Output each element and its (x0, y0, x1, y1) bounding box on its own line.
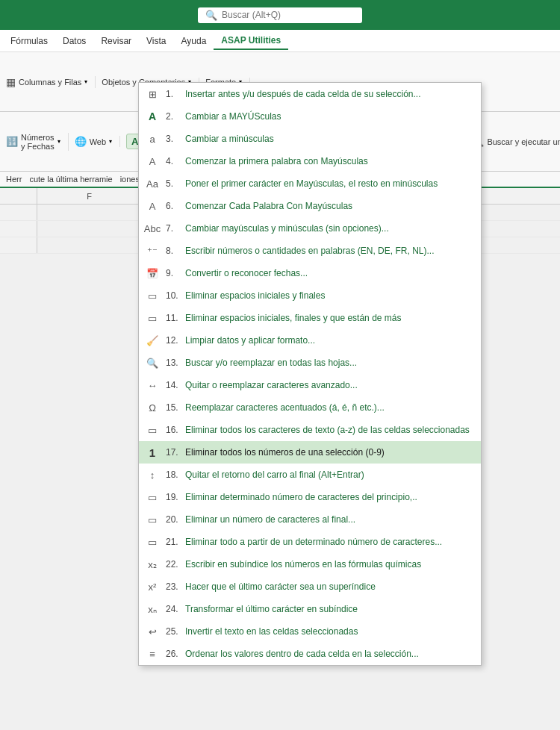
item-icon-lower: a (145, 131, 160, 146)
columnas-label[interactable]: Columnas y Filas (19, 78, 81, 87)
item-num-11: 11. (166, 313, 179, 323)
item-icon-sub2: xₙ (145, 602, 160, 617)
item-label-5: Poner el primer carácter en Mayúsculas, … (185, 178, 438, 189)
item-icon-upper: A (145, 109, 160, 124)
item-icon-words: A (145, 199, 160, 213)
web-chevron[interactable]: ▾ (109, 138, 112, 145)
numeros-label[interactable]: Números y Fechas (21, 133, 55, 151)
item-label-26: Ordenar los valores dentro de cada celda… (185, 649, 419, 659)
item-icon-sub: x₂ (145, 557, 160, 572)
item-icon-sort: ≡ (145, 646, 160, 661)
menu-item-formulas[interactable]: Fórmulas (3, 33, 55, 49)
columnas-chevron[interactable]: ▾ (84, 78, 87, 85)
item-num-3: 3. (166, 134, 179, 144)
item-label-22: Escribir en subíndice los números en las… (185, 559, 421, 570)
dropdown-item-18[interactable]: ↕18.Quitar el retorno del carro al final… (139, 464, 481, 486)
search-bar: 🔍 (0, 0, 560, 30)
item-label-20: Eliminar un número de caracteres al fina… (185, 514, 355, 525)
ribbon-group-columnas: ▦ Columnas y Filas ▾ (6, 76, 96, 88)
web-label[interactable]: Web (90, 137, 106, 146)
dropdown-item-9[interactable]: 📅9.Convertir o reconocer fechas... (139, 262, 481, 284)
dropdown-item-24[interactable]: xₙ24.Transformar el último carácter en s… (139, 598, 481, 620)
item-label-16: Eliminar todos los caracteres de texto (… (185, 425, 470, 435)
columnas-icon: ▦ (6, 76, 16, 88)
cell-f1[interactable] (37, 205, 142, 220)
item-icon-aa: Aa (145, 176, 160, 191)
numeros-chevron[interactable]: ▾ (57, 138, 60, 145)
menu-item-vista[interactable]: Vista (139, 33, 173, 49)
menu-item-ayuda[interactable]: Ayuda (174, 33, 214, 49)
search-box[interactable]: 🔍 (198, 7, 362, 23)
item-icon-cap-first: A (145, 154, 160, 169)
item-icon-invert: ↩ (145, 624, 160, 639)
dropdown-item-12[interactable]: 🧹12.Limpiar datos y aplicar formato... (139, 329, 481, 352)
buscar-ejecutar-label[interactable]: Buscar y ejecutar una utili (487, 137, 560, 146)
search-icon: 🔍 (205, 10, 217, 21)
dropdown-item-22[interactable]: x₂22.Escribir en subíndice los números e… (139, 553, 481, 575)
item-num-9: 9. (166, 268, 179, 278)
item-icon-space: ▭ (145, 288, 160, 303)
item-icon-arrow: ↕ (145, 467, 160, 482)
item-num-26: 26. (166, 649, 179, 659)
item-num-10: 10. (166, 290, 179, 301)
item-icon-trim-start: ▭ (145, 490, 160, 505)
item-label-13: Buscar y/o reemplazar en todas las hojas… (185, 358, 357, 368)
dropdown-item-14[interactable]: ↔14.Quitar o reemplazar caracteres avanz… (139, 374, 481, 396)
ribbon-buscar-ejecutar: 🔍 Buscar y ejecutar una utili (472, 136, 560, 147)
item-icon-insert: ⊞ (145, 87, 160, 102)
item-num-17: 17. (166, 447, 179, 458)
dropdown-item-8[interactable]: ⁺⁻8.Escribir números o cantidades en pal… (139, 240, 481, 262)
dropdown-item-20[interactable]: ▭20.Eliminar un número de caracteres al … (139, 508, 481, 531)
item-label-21: Eliminar todo a partir de un determinado… (185, 537, 442, 547)
row-num-2 (0, 221, 37, 237)
item-label-3: Cambiar a minúsculas (185, 134, 274, 144)
dropdown-item-13[interactable]: 🔍13.Buscar y/o reemplazar en todas las h… (139, 352, 481, 374)
item-num-15: 15. (166, 402, 179, 413)
item-label-24: Transformar el último carácter en subínd… (185, 604, 358, 614)
item-icon-abc: Abc (145, 221, 160, 236)
dropdown-item-15[interactable]: Ω15.Reemplazar caracteres acentuados (á,… (139, 396, 481, 419)
search-input[interactable] (222, 10, 355, 20)
herramienta-label: Herr (6, 175, 22, 184)
item-label-19: Eliminar determinado número de caractere… (185, 492, 417, 502)
dropdown-item-1[interactable]: ⊞1.Insertar antes y/u después de cada ce… (139, 83, 481, 105)
dropdown-item-17[interactable]: 117.Eliminar todos los números de una se… (139, 441, 481, 464)
text-dropdown-menu: ⊞1.Insertar antes y/u después de cada ce… (138, 82, 482, 666)
item-icon-num: ⁺⁻ (145, 243, 160, 258)
item-num-20: 20. (166, 514, 179, 525)
dropdown-item-16[interactable]: ▭16.Eliminar todos los caracteres de tex… (139, 419, 481, 441)
menu-item-datos[interactable]: Datos (55, 33, 93, 49)
dropdown-item-11[interactable]: ▭11.Eliminar espacios iniciales, finales… (139, 307, 481, 329)
dropdown-item-21[interactable]: ▭21.Eliminar todo a partir de un determi… (139, 531, 481, 553)
item-icon-sup: x² (145, 579, 160, 594)
item-num-16: 16. (166, 425, 179, 435)
item-icon-cal: 📅 (145, 266, 160, 281)
dropdown-item-7[interactable]: Abc7.Cambiar mayúsculas y minúsculas (si… (139, 217, 481, 240)
dropdown-item-10[interactable]: ▭10.Eliminar espacios iniciales y finale… (139, 284, 481, 307)
dropdown-item-26[interactable]: ≡26.Ordenar los valores dentro de cada c… (139, 643, 481, 665)
execute-label[interactable]: cute la última herramie (29, 175, 112, 184)
dropdown-item-23[interactable]: x²23.Hacer que el último carácter sea un… (139, 575, 481, 598)
dropdown-item-3[interactable]: a3.Cambiar a minúsculas (139, 128, 481, 150)
item-num-1: 1. (166, 89, 179, 99)
menu-bar: Fórmulas Datos Revisar Vista Ayuda ASAP … (0, 30, 560, 52)
item-label-8: Escribir números o cantidades en palabra… (185, 246, 434, 256)
item-label-15: Reemplazar caracteres acentuados (á, é, … (185, 402, 385, 413)
dropdown-item-19[interactable]: ▭19.Eliminar determinado número de carac… (139, 486, 481, 508)
item-num-8: 8. (166, 246, 179, 256)
dropdown-item-25[interactable]: ↩25.Invertir el texto en las celdas sele… (139, 620, 481, 643)
dropdown-item-4[interactable]: A4.Comenzar la primera palabra con Mayús… (139, 150, 481, 172)
item-label-14: Quitar o reemplazar caracteres avanzado.… (185, 380, 358, 390)
ribbon-web: 🌐 Web ▾ (75, 136, 120, 147)
web-icon: 🌐 (75, 136, 87, 147)
dropdown-item-2[interactable]: A2.Cambiar a MAYÚSculas (139, 105, 481, 128)
item-num-25: 25. (166, 626, 179, 637)
item-label-25: Invertir el texto en las celdas seleccio… (185, 626, 358, 637)
dropdown-item-5[interactable]: Aa5.Poner el primer carácter en Mayúscul… (139, 172, 481, 195)
item-icon-omega: Ω (145, 400, 160, 415)
ribbon-numeros: 🔢 Números y Fechas ▾ (6, 133, 69, 151)
dropdown-item-6[interactable]: A6.Comenzar Cada Palabra Con Mayúsculas (139, 195, 481, 217)
item-label-17: Eliminar todos los números de una selecc… (185, 447, 385, 458)
menu-item-revisar[interactable]: Revisar (93, 33, 139, 49)
menu-item-asap[interactable]: ASAP Utilities (214, 32, 288, 50)
